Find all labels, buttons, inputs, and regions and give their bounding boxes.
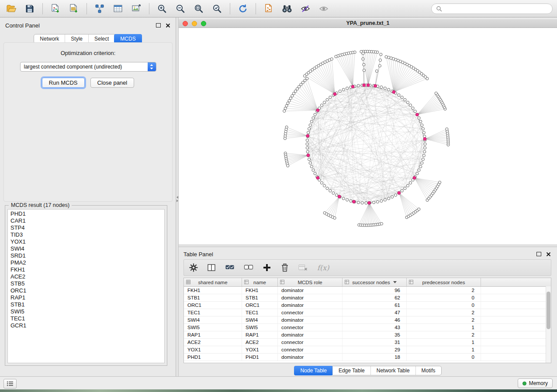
tab-motifs[interactable]: Motifs <box>415 366 441 375</box>
search-input[interactable] <box>445 5 548 12</box>
new-network-button[interactable] <box>93 2 107 15</box>
memory-button[interactable]: Memory <box>518 378 553 388</box>
tab-select[interactable]: Select <box>88 34 114 43</box>
mcds-result-item[interactable]: ORC1 <box>8 287 164 294</box>
zoom-in-icon <box>157 3 167 14</box>
zoom-fit-icon <box>194 3 204 14</box>
import-network-button[interactable] <box>48 2 62 15</box>
mcds-result-item[interactable]: SRD1 <box>8 252 164 259</box>
show-columns-button[interactable] <box>207 263 216 272</box>
checked-boxes-icon <box>225 263 235 272</box>
function-builder-button[interactable]: f(x) <box>317 264 329 272</box>
apply-layout-button[interactable] <box>236 2 250 15</box>
delete-table-button[interactable] <box>298 263 308 272</box>
export-image-icon <box>131 3 142 14</box>
table-row[interactable]: TEC1 TEC1 connector 47 2 <box>184 309 551 316</box>
zoom-in-button[interactable] <box>155 2 169 15</box>
float-table-panel-icon[interactable] <box>536 252 541 256</box>
document-network-icon <box>264 3 273 14</box>
deselect-all-button[interactable] <box>244 263 253 272</box>
table-row[interactable]: YOX1 YOX1 connector 29 1 <box>184 346 551 354</box>
desktop-wallpaper-strip <box>0 389 557 392</box>
status-menu-button[interactable] <box>3 379 17 389</box>
table-row[interactable]: STB1 STB1 dominator 62 0 <box>184 294 551 302</box>
mcds-result-item[interactable]: SWI5 <box>8 308 164 315</box>
float-panel-icon[interactable] <box>156 23 161 28</box>
cell-mcds-role: dominator <box>278 294 343 301</box>
mcds-result-item[interactable]: CAR1 <box>8 217 164 224</box>
table-row[interactable]: ACE2 ACE2 connector 31 1 <box>184 339 551 346</box>
mcds-result-item[interactable]: TEC1 <box>8 315 164 322</box>
export-image-button[interactable] <box>129 2 143 15</box>
import-table-icon <box>69 3 79 14</box>
save-session-button[interactable] <box>23 2 37 15</box>
close-table-panel-icon[interactable] <box>546 252 551 257</box>
mcds-result-item[interactable]: RAP1 <box>8 294 164 301</box>
cell-predecessor-nodes: 0 <box>407 354 481 361</box>
network-graph[interactable] <box>179 28 557 245</box>
search-icon <box>436 6 442 12</box>
table-row[interactable]: RAP1 RAP1 dominator 35 2 <box>184 331 551 339</box>
mcds-result-item[interactable]: SWI4 <box>8 245 164 252</box>
cell-successor-nodes: 29 <box>343 346 407 353</box>
mcds-result-item[interactable]: ACE2 <box>8 273 164 280</box>
zoom-fit-button[interactable] <box>192 2 206 15</box>
column-header-predecessor-nodes[interactable]: predecessor nodes <box>407 278 481 286</box>
zoom-selected-button[interactable] <box>210 2 224 15</box>
table-row[interactable]: SWI4 SWI4 dominator 46 2 <box>184 316 551 324</box>
column-header-mcds-role[interactable]: MCDS role <box>278 278 343 286</box>
tab-network-table[interactable]: Network Table <box>370 366 415 375</box>
run-mcds-button[interactable]: Run MCDS <box>42 78 85 88</box>
mcds-result-item[interactable]: TID3 <box>8 231 164 238</box>
mcds-result-item[interactable]: STB5 <box>8 280 164 287</box>
mcds-result-item[interactable]: GCR1 <box>8 322 164 329</box>
column-header-name[interactable]: name <box>242 278 278 286</box>
delete-column-button[interactable] <box>280 263 289 272</box>
find-button[interactable] <box>280 2 294 15</box>
new-table-button[interactable] <box>111 2 125 15</box>
mcds-result-item[interactable]: FKH1 <box>8 266 164 273</box>
mcds-result-item[interactable]: YOX1 <box>8 238 164 245</box>
clone-network-button[interactable] <box>262 2 276 15</box>
table-row[interactable]: ORC1 ORC1 dominator 61 0 <box>184 302 551 309</box>
mcds-result-item[interactable]: PMA2 <box>8 259 164 266</box>
mcds-result-item[interactable]: STB1 <box>8 301 164 308</box>
column-header-shared-name[interactable]: shared name <box>184 278 242 286</box>
table-row[interactable]: SWI5 SWI5 connector 43 1 <box>184 324 551 331</box>
eye-button[interactable] <box>317 2 331 15</box>
cell-mcds-role: dominator <box>278 331 343 338</box>
table-row[interactable]: PHD1 PHD1 dominator 18 0 <box>184 354 551 361</box>
cell-shared-name: PHD1 <box>184 354 242 361</box>
control-panel: Control Panel Network Style Select MCDS … <box>0 17 176 376</box>
open-file-button[interactable] <box>4 2 18 15</box>
refresh-icon <box>238 3 248 14</box>
table-row[interactable]: FKH1 FKH1 dominator 96 2 <box>184 287 551 294</box>
binoculars-icon <box>281 4 293 14</box>
cell-predecessor-nodes: 2 <box>407 287 481 294</box>
add-column-button[interactable] <box>263 263 271 272</box>
import-table-button[interactable] <box>67 2 81 15</box>
tab-network[interactable]: Network <box>34 34 65 43</box>
cell-shared-name: TEC1 <box>184 309 242 316</box>
table-settings-button[interactable] <box>189 263 198 272</box>
search-box <box>431 3 553 14</box>
table-header-row: shared name name MCDS role successor nod… <box>184 278 551 287</box>
show-hide-button[interactable] <box>298 2 312 15</box>
close-panel-icon[interactable] <box>166 23 170 28</box>
cell-shared-name: STB1 <box>184 294 242 301</box>
tab-style[interactable]: Style <box>65 34 88 43</box>
zoom-out-button[interactable] <box>173 2 187 15</box>
mcds-result-item[interactable]: STP4 <box>8 224 164 231</box>
optimization-criterion-select[interactable]: largest connected component (undirected) <box>20 62 156 72</box>
mcds-result-item[interactable]: PHD1 <box>8 210 164 217</box>
close-panel-button[interactable]: Close panel <box>90 78 135 88</box>
tab-edge-table[interactable]: Edge Table <box>332 366 370 375</box>
tab-node-table[interactable]: Node Table <box>294 366 333 375</box>
column-header-successor-nodes[interactable]: successor nodes <box>343 278 407 286</box>
scrollbar-thumb[interactable] <box>547 292 550 329</box>
table-scrollbar[interactable] <box>546 286 551 363</box>
cell-shared-name: RAP1 <box>184 331 242 338</box>
network-canvas[interactable] <box>179 28 557 245</box>
table-panel-title: Table Panel <box>183 251 213 258</box>
select-all-button[interactable] <box>225 263 235 272</box>
